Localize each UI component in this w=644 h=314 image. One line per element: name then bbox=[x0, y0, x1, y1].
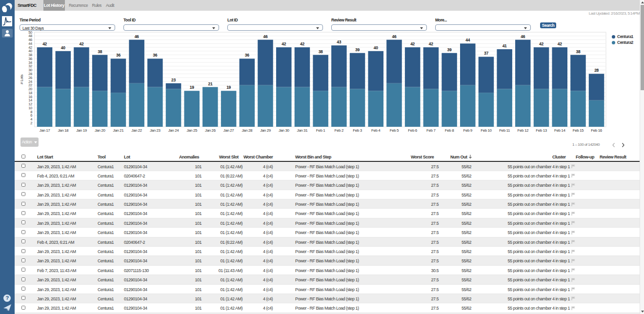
svg-text:28: 28 bbox=[594, 68, 599, 73]
svg-text:8: 8 bbox=[30, 110, 32, 114]
svg-text:40: 40 bbox=[61, 45, 65, 50]
svg-text:Feb 7: Feb 7 bbox=[426, 128, 436, 133]
svg-text:36: 36 bbox=[245, 53, 249, 58]
svg-text:46: 46 bbox=[28, 38, 32, 42]
svg-text:Feb 3: Feb 3 bbox=[353, 128, 362, 133]
svg-text:2: 2 bbox=[30, 121, 32, 125]
svg-text:20: 20 bbox=[28, 87, 32, 91]
svg-text:24: 24 bbox=[28, 79, 32, 84]
svg-text:48: 48 bbox=[28, 34, 32, 38]
svg-text:21: 21 bbox=[208, 81, 212, 86]
svg-text:Jan 26: Jan 26 bbox=[205, 128, 216, 133]
svg-text:Jan 24: Jan 24 bbox=[168, 128, 180, 133]
svg-text:19: 19 bbox=[226, 85, 231, 90]
svg-text:22: 22 bbox=[28, 83, 32, 87]
svg-text:36: 36 bbox=[153, 53, 157, 58]
svg-text:30: 30 bbox=[28, 68, 32, 72]
svg-text:Feb 10: Feb 10 bbox=[481, 128, 492, 133]
svg-text:Jan 19: Jan 19 bbox=[76, 128, 87, 133]
svg-text:Jan 20: Jan 20 bbox=[95, 128, 106, 133]
svg-text:Feb 11: Feb 11 bbox=[499, 128, 510, 133]
svg-text:26: 26 bbox=[28, 76, 32, 80]
svg-text:Feb 15: Feb 15 bbox=[573, 128, 584, 133]
svg-text:Jan 18: Jan 18 bbox=[58, 128, 69, 133]
svg-text:Jan 27: Jan 27 bbox=[223, 128, 235, 133]
svg-text:18: 18 bbox=[28, 91, 32, 95]
svg-text:38: 38 bbox=[28, 53, 32, 57]
svg-text:44: 44 bbox=[465, 38, 470, 42]
svg-text:32: 32 bbox=[28, 64, 32, 68]
svg-text:Jan 22: Jan 22 bbox=[131, 128, 142, 133]
svg-text:42: 42 bbox=[539, 41, 543, 46]
svg-text:44: 44 bbox=[28, 41, 32, 46]
svg-text:50: 50 bbox=[28, 30, 32, 35]
svg-text:Feb 8: Feb 8 bbox=[445, 128, 454, 133]
svg-text:Feb 12: Feb 12 bbox=[518, 128, 529, 133]
svg-text:Jan 23: Jan 23 bbox=[150, 128, 161, 133]
svg-text:Feb 9: Feb 9 bbox=[463, 128, 472, 133]
svg-text:46: 46 bbox=[521, 34, 525, 39]
svg-text:Feb 14: Feb 14 bbox=[554, 128, 565, 133]
svg-text:42: 42 bbox=[410, 41, 415, 46]
svg-text:16: 16 bbox=[28, 95, 32, 99]
svg-text:Feb 1: Feb 1 bbox=[316, 128, 325, 133]
svg-text:Jan 29: Jan 29 bbox=[260, 128, 271, 133]
svg-text:Jan 25: Jan 25 bbox=[186, 128, 198, 133]
svg-text:39: 39 bbox=[447, 47, 452, 52]
svg-text:43: 43 bbox=[337, 39, 341, 44]
svg-text:4: 4 bbox=[30, 117, 32, 121]
svg-text:46: 46 bbox=[263, 34, 268, 39]
svg-text:28: 28 bbox=[28, 72, 32, 76]
svg-text:39: 39 bbox=[355, 47, 360, 52]
svg-text:19: 19 bbox=[190, 85, 194, 90]
svg-text:42: 42 bbox=[282, 41, 286, 46]
svg-text:23: 23 bbox=[171, 78, 176, 82]
svg-text:36: 36 bbox=[116, 53, 121, 58]
svg-text:38: 38 bbox=[576, 49, 580, 54]
svg-text:37: 37 bbox=[484, 51, 488, 56]
svg-text:36: 36 bbox=[28, 57, 32, 61]
svg-text:Feb 16: Feb 16 bbox=[591, 128, 602, 133]
svg-text:6: 6 bbox=[30, 113, 32, 118]
svg-text:38: 38 bbox=[98, 49, 102, 54]
svg-text:42: 42 bbox=[80, 41, 84, 46]
svg-text:38: 38 bbox=[319, 49, 323, 54]
svg-text:Feb 5: Feb 5 bbox=[390, 128, 399, 133]
svg-text:40: 40 bbox=[28, 49, 32, 53]
svg-text:Jan 30: Jan 30 bbox=[279, 128, 290, 133]
svg-text:Feb 4: Feb 4 bbox=[371, 128, 381, 133]
svg-text:# Lots: # Lots bbox=[20, 75, 24, 84]
svg-text:Feb 13: Feb 13 bbox=[536, 128, 547, 133]
svg-text:40: 40 bbox=[374, 45, 378, 50]
svg-text:46: 46 bbox=[392, 34, 396, 39]
svg-text:42: 42 bbox=[300, 41, 304, 46]
svg-text:10: 10 bbox=[28, 106, 32, 110]
svg-text:Feb 2: Feb 2 bbox=[335, 128, 344, 133]
svg-text:42: 42 bbox=[42, 41, 47, 46]
svg-text:42: 42 bbox=[429, 41, 433, 46]
svg-text:Jan 28: Jan 28 bbox=[242, 128, 253, 133]
svg-text:14: 14 bbox=[28, 98, 32, 102]
svg-text:Jan 21: Jan 21 bbox=[113, 128, 124, 133]
svg-text:Jan 17: Jan 17 bbox=[40, 128, 51, 133]
svg-text:42: 42 bbox=[558, 41, 562, 46]
svg-text:42: 42 bbox=[28, 45, 32, 50]
svg-text:Feb 6: Feb 6 bbox=[408, 128, 417, 133]
svg-text:46: 46 bbox=[135, 34, 139, 39]
svg-text:34: 34 bbox=[28, 60, 32, 65]
svg-text:41: 41 bbox=[503, 43, 507, 48]
svg-text:12: 12 bbox=[28, 102, 32, 106]
svg-text:Jan 31: Jan 31 bbox=[297, 128, 308, 133]
